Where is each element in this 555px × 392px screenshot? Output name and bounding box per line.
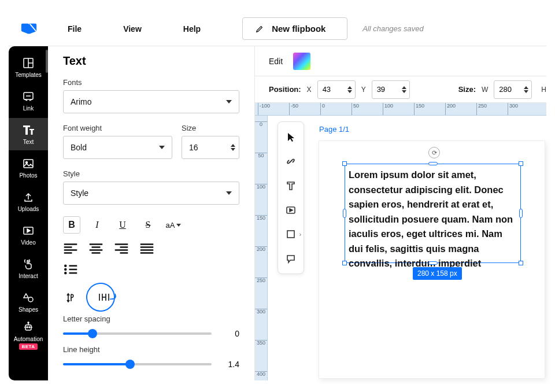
sidebar-item-link[interactable]: Link [9, 84, 48, 117]
vertical-ruler: 050100150200250300350400 [255, 116, 268, 380]
italic-button[interactable]: I [88, 216, 106, 234]
x-axis-label: X [307, 86, 312, 94]
edit-label: Edit [269, 57, 283, 66]
sidebar-item-automation[interactable]: Automation BETA [9, 319, 48, 352]
rotate-handle[interactable]: ⟳ [428, 147, 440, 158]
resize-handle-tc[interactable] [428, 162, 438, 165]
bold-button[interactable]: B [63, 216, 80, 234]
position-label: Position: [269, 85, 301, 94]
sidebar-label: Photos [19, 172, 37, 179]
paragraph-spacing-button[interactable] [63, 288, 83, 308]
sidebar-item-text[interactable]: Text [9, 118, 48, 150]
resize-handle-bl[interactable] [342, 261, 347, 265]
sidebar-label: Automation [14, 336, 43, 342]
video-tool[interactable] [279, 198, 302, 221]
menu-help[interactable]: Help [183, 24, 201, 34]
y-spinner[interactable] [402, 86, 406, 93]
style-select-value: Style [71, 188, 88, 198]
new-flipbook-label: New flipbook [272, 24, 325, 34]
line-height-value: 1.4 [222, 360, 239, 369]
align-left-button[interactable] [63, 243, 78, 254]
style-select[interactable]: Style [63, 182, 239, 205]
svg-point-10 [29, 327, 30, 328]
svg-point-9 [27, 327, 28, 328]
pencil-icon [256, 25, 264, 33]
letter-spacing-slider[interactable] [63, 332, 212, 335]
menu-view[interactable]: View [123, 24, 142, 34]
comment-tool[interactable] [279, 247, 302, 270]
sidebar-item-templates[interactable]: Templates [9, 51, 48, 83]
align-justify-button[interactable] [139, 243, 154, 254]
left-sidebar: Templates Link Text Photos Uploads Video… [9, 46, 48, 380]
sidebar-label: Link [23, 105, 34, 112]
x-value: 43 [323, 85, 331, 94]
select-tool[interactable] [279, 125, 302, 149]
h-axis-label: H [541, 86, 546, 94]
align-center-button[interactable] [88, 243, 103, 254]
font-weight-select[interactable]: Bold [63, 136, 172, 159]
edit-toolbar: Edit [255, 46, 546, 76]
size-label: Size [182, 124, 239, 132]
resize-handle-rc[interactable] [519, 209, 523, 218]
strikethrough-button[interactable]: S [139, 216, 157, 234]
save-status: All changes saved [362, 24, 424, 33]
line-height-slider[interactable] [63, 363, 212, 365]
text-case-button[interactable]: aA [165, 216, 182, 234]
text-properties-panel: Text Fonts Arimo Font weight Bold Size 1… [48, 46, 255, 380]
size-spinner[interactable] [231, 144, 235, 151]
font-size-input[interactable]: 16 [182, 136, 239, 159]
svg-point-31 [64, 265, 67, 268]
panel-title: Text [63, 54, 239, 68]
resize-handle-lc[interactable] [343, 209, 346, 218]
new-flipbook-button[interactable]: New flipbook [242, 17, 347, 40]
link-tool[interactable] [279, 150, 302, 173]
top-menu-bar: File View Help New flipbook All changes … [9, 12, 546, 46]
resize-handle-bc[interactable] [428, 261, 438, 265]
y-input[interactable]: 39 [372, 80, 410, 99]
page-indicator: Page 1/1 [319, 125, 349, 134]
sidebar-item-uploads[interactable]: Uploads [9, 185, 48, 217]
underline-button[interactable]: U [114, 216, 131, 234]
text-box-content: Lorem ipsum dolor sit amet, consectetur … [349, 169, 513, 268]
text-format-toolbar: B I U S aA [63, 216, 239, 234]
uploads-icon [22, 191, 35, 204]
menu-file[interactable]: File [68, 24, 82, 34]
font-select-value: Arimo [71, 97, 92, 106]
dimensions-badge: 280 x 158 px [413, 267, 462, 280]
bullet-list-button[interactable] [63, 264, 78, 275]
x-spinner[interactable] [347, 86, 352, 93]
resize-handle-tr[interactable] [519, 161, 523, 166]
x-input[interactable]: 43 [317, 80, 356, 99]
alignment-toolbar [63, 243, 239, 254]
selected-text-box[interactable]: Lorem ipsum dolor sit amet, consectetur … [345, 164, 521, 263]
color-picker-button[interactable] [293, 53, 310, 70]
sidebar-label: Uploads [18, 206, 39, 212]
size-bar-label: Size: [458, 85, 476, 94]
shapes-icon [22, 291, 35, 304]
text-tool[interactable] [279, 174, 302, 197]
svg-point-33 [64, 272, 67, 275]
sidebar-item-shapes[interactable]: Shapes [9, 286, 48, 318]
w-axis-label: W [482, 86, 488, 94]
align-right-button[interactable] [114, 243, 129, 254]
templates-icon [22, 57, 35, 69]
sidebar-item-video[interactable]: Video [9, 219, 48, 251]
sidebar-item-interact[interactable]: Interact [9, 252, 48, 284]
shape-tool[interactable]: › [279, 223, 302, 246]
svg-point-12 [28, 322, 29, 323]
resize-handle-tl[interactable] [342, 161, 347, 166]
sidebar-label: Interact [18, 273, 38, 279]
letter-spacing-label: Letter spacing [63, 315, 239, 323]
resize-handle-br[interactable] [519, 261, 523, 265]
sidebar-item-photos[interactable]: Photos [9, 151, 48, 184]
w-value: 280 [499, 85, 512, 94]
w-input[interactable]: 280 [494, 80, 532, 99]
position-size-bar: Position: X 43 Y 39 Size: W 280 H [255, 76, 546, 103]
svg-rect-44 [287, 231, 294, 238]
horizontal-ruler: -100-50050100150200250300 [255, 103, 546, 116]
letter-spacing-button[interactable] [94, 288, 114, 308]
font-select[interactable]: Arimo [63, 90, 239, 113]
font-weight-label: Font weight [63, 124, 172, 132]
w-spinner[interactable] [524, 86, 528, 93]
video-icon [22, 224, 35, 237]
